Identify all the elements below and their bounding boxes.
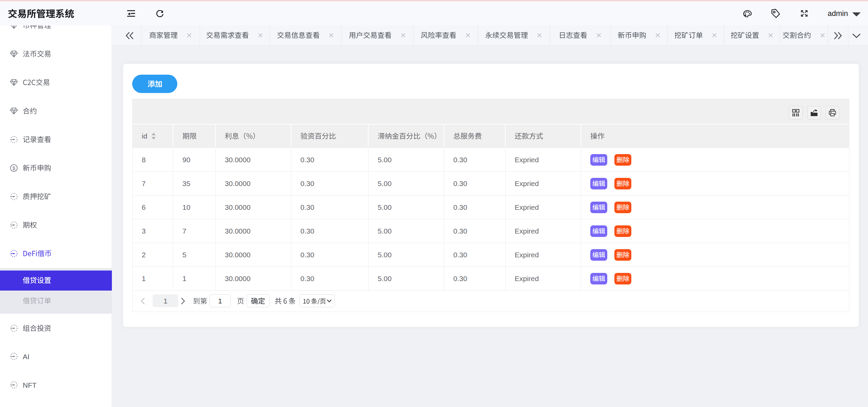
- svg-text:$: $: [13, 165, 16, 171]
